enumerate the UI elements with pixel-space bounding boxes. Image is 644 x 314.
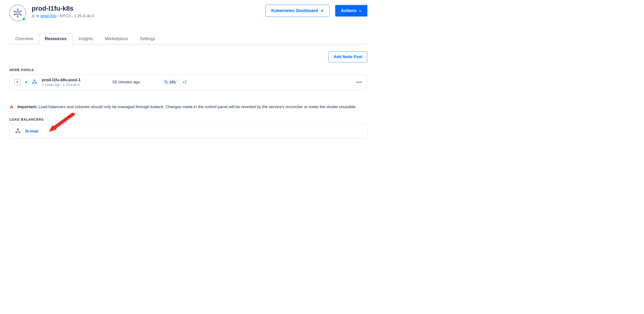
project-icon xyxy=(36,14,40,18)
node-pool-name: prod-l1fu-k8s-pool-1 xyxy=(42,78,112,82)
breadcrumb: in prod-l1fu / NYC3 - 1.25.4-do.0 xyxy=(32,14,94,18)
svg-point-17 xyxy=(36,83,37,84)
expand-button[interactable] xyxy=(14,79,20,85)
add-node-pool-button[interactable]: Add Node Pool xyxy=(328,52,367,62)
svg-line-9 xyxy=(15,14,16,15)
page-title: prod-l1fu-k8s xyxy=(32,5,94,12)
svg-line-8 xyxy=(15,12,16,12)
alert-prefix: Important: xyxy=(18,104,37,109)
svg-point-21 xyxy=(165,81,166,82)
warning-alert: Important: Load balancers and volumes sh… xyxy=(10,104,367,110)
svg-point-6 xyxy=(20,11,22,12)
svg-line-18 xyxy=(33,81,34,83)
svg-point-2 xyxy=(14,11,15,12)
tag-icon xyxy=(164,80,168,84)
cluster-icon xyxy=(10,5,26,21)
svg-rect-22 xyxy=(11,106,12,107)
svg-point-16 xyxy=(32,83,34,84)
chevron-down-icon xyxy=(359,10,362,12)
load-balancer-link[interactable]: lb-impl xyxy=(25,129,38,134)
actions-button[interactable]: Actions xyxy=(335,5,367,16)
status-indicator xyxy=(23,18,25,20)
node-pool-created: 55 minutes ago xyxy=(112,80,162,84)
kubernetes-dashboard-button[interactable]: Kubernetes Dashboard xyxy=(265,5,330,17)
annotation-arrow xyxy=(47,113,76,134)
svg-line-11 xyxy=(19,14,20,15)
tags-more-link[interactable]: +2 xyxy=(182,80,186,84)
tab-marketplace[interactable]: Marketplace xyxy=(99,33,134,44)
section-label-node-pools: NODE POOLS xyxy=(10,68,367,72)
svg-point-24 xyxy=(18,129,18,130)
svg-rect-23 xyxy=(11,108,12,108)
tabs: Overview Resources Insights Marketplace … xyxy=(10,33,367,44)
warning-icon xyxy=(10,104,14,110)
load-balancer-icon xyxy=(15,128,20,134)
status-indicator xyxy=(25,81,27,83)
svg-point-15 xyxy=(34,80,35,81)
svg-point-5 xyxy=(20,14,22,15)
external-link-icon xyxy=(320,9,324,12)
pool-icon xyxy=(32,79,37,85)
plus-icon xyxy=(16,81,19,84)
alert-text: Load balancers and volumes should only b… xyxy=(38,104,357,109)
svg-point-1 xyxy=(17,9,18,10)
svg-line-19 xyxy=(35,81,36,83)
tab-settings[interactable]: Settings xyxy=(134,33,161,44)
tag-chip[interactable]: k8s xyxy=(162,79,178,85)
svg-point-4 xyxy=(17,16,18,17)
svg-point-0 xyxy=(16,11,19,15)
svg-line-12 xyxy=(19,12,20,12)
more-menu-button[interactable]: ••• xyxy=(356,80,362,85)
project-link[interactable]: prod-l1fu xyxy=(40,14,56,18)
tab-resources[interactable]: Resources xyxy=(39,33,72,44)
svg-point-3 xyxy=(14,14,15,15)
tab-overview[interactable]: Overview xyxy=(10,33,39,44)
node-pool-subtitle: s-1vcpu-2gb - 1.25.4-do.0 xyxy=(42,83,112,87)
node-pool-row: prod-l1fu-k8s-pool-1 s-1vcpu-2gb - 1.25.… xyxy=(10,74,367,90)
tab-insights[interactable]: Insights xyxy=(72,33,99,44)
region-version: NYC3 - 1.25.4-do.0 xyxy=(60,14,94,18)
